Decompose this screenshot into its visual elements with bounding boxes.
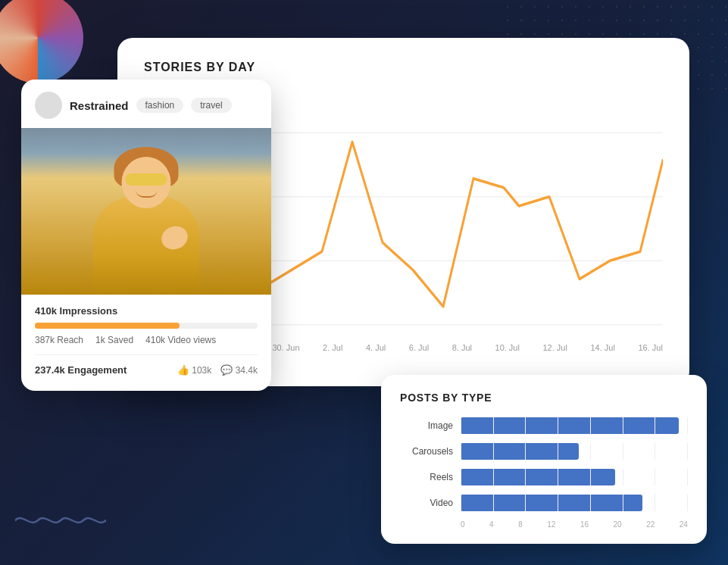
x-axis-bar: 0 4 8 12 16 20 22 24 [400, 520, 688, 529]
bar-fill-reels [461, 469, 615, 485]
face [122, 157, 171, 208]
x-bar-24: 24 [680, 520, 688, 529]
tag-travel: travel [191, 98, 231, 113]
bar-label-reels: Reels [400, 472, 453, 482]
x-bar-0: 0 [461, 520, 465, 529]
video-views-stat: 410k Video views [145, 335, 216, 345]
metrics-section: 410k Impressions 387k Reach 1k Saved 410… [21, 295, 271, 345]
wavy-svg [15, 509, 106, 532]
posts-card-title: POSTS BY TYPE [400, 392, 688, 404]
x-label-1: 30. Jun [272, 343, 299, 352]
x-label-9: 16. Jul [638, 343, 662, 352]
posts-card: POSTS BY TYPE Image C [381, 375, 707, 544]
comments-count: 💬 34.4k [220, 364, 258, 376]
chart-area: . Jun 30. Jun 2. Jul 4. Jul 6. Jul 8. Ju… [231, 87, 663, 352]
like-icon: 👍 [177, 364, 189, 376]
x-label-7: 12. Jul [543, 343, 567, 352]
avatar [35, 92, 62, 119]
bar-row-reels: Reels [400, 469, 688, 485]
x-label-2: 2. Jul [323, 343, 342, 352]
x-label-4: 6. Jul [409, 343, 429, 352]
x-axis-labels: . Jun 30. Jun 2. Jul 4. Jul 6. Jul 8. Ju… [231, 343, 663, 352]
bar-track-image [461, 417, 688, 434]
social-stats: 👍 103k 💬 34.4k [177, 364, 258, 376]
x-bar-12: 12 [547, 520, 555, 529]
bar-row-image: Image [400, 417, 688, 434]
engagement-row: 237.4k Engagement 👍 103k 💬 34.4k [21, 364, 271, 376]
wavy-decoration [15, 509, 106, 535]
x-label-6: 10. Jul [495, 343, 520, 352]
x-bar-8: 8 [518, 520, 523, 529]
line-chart-svg [231, 87, 663, 352]
divider [35, 354, 258, 355]
bar-row-carousels: Carousels [400, 443, 688, 460]
bar-chart: Image Carousels [400, 417, 688, 511]
bar-fill-image [461, 417, 679, 434]
bar-fill-carousels [461, 443, 579, 460]
x-bar-16: 16 [580, 520, 589, 529]
progress-bar-fill [35, 323, 180, 329]
bar-track-carousels [461, 443, 688, 460]
comment-icon: 💬 [220, 364, 233, 376]
x-bar-20: 20 [614, 520, 622, 529]
profile-card-header: Restrained fashion travel [21, 80, 271, 128]
bar-row-video: Video [400, 495, 688, 511]
bar-label-video: Video [400, 498, 453, 508]
x-label-5: 8. Jul [452, 343, 472, 352]
impressions-label: 410k Impressions [35, 305, 258, 317]
metrics-row: 387k Reach 1k Saved 410k Video views [35, 335, 258, 345]
likes-count: 👍 103k [177, 364, 211, 376]
sunglasses [126, 173, 167, 186]
smile [136, 190, 157, 198]
x-bar-22: 22 [646, 520, 655, 529]
x-bar-4: 4 [489, 520, 494, 529]
reach-stat: 387k Reach [35, 335, 83, 345]
bar-track-video [461, 495, 688, 511]
x-label-8: 14. Jul [590, 343, 614, 352]
profile-name: Restrained [70, 99, 129, 112]
bar-label-image: Image [400, 420, 453, 431]
saved-stat: 1k Saved [95, 335, 133, 345]
progress-bar-bg [35, 323, 258, 329]
tag-fashion: fashion [136, 98, 184, 113]
bar-fill-video [461, 495, 642, 511]
bar-label-carousels: Carousels [400, 446, 453, 457]
profile-card: Restrained fashion travel 410k Impressio… [21, 80, 271, 391]
engagement-label: 237.4k Engagement [35, 364, 127, 376]
story-image [21, 128, 271, 295]
stories-card-title: STORIES BY DAY [144, 61, 663, 74]
bar-track-reels [461, 469, 688, 485]
x-label-3: 4. Jul [366, 343, 386, 352]
